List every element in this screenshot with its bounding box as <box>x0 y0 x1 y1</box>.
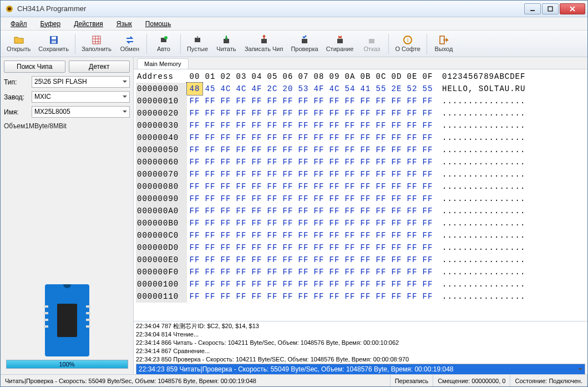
tab-main-memory[interactable]: Main Memory <box>137 58 189 69</box>
hex-row[interactable]: 000000C0FFFFFFFFFFFFFFFFFFFFFFFFFFFFFFFF… <box>136 229 585 242</box>
chip-cancel-icon <box>367 35 377 45</box>
hex-row[interactable]: 00000020FFFFFFFFFFFFFFFFFFFFFFFFFFFFFFFF… <box>136 107 585 119</box>
window-title: CH341A Programmer <box>17 4 524 13</box>
swap-icon <box>125 35 135 45</box>
menu-file[interactable]: Файл <box>5 18 33 29</box>
log-line[interactable]: 22:34:23 859 Читать|Проверка - Скорость:… <box>136 364 585 374</box>
hex-row[interactable]: 00000030FFFFFFFFFFFFFFFFFFFFFFFFFFFFFFFF… <box>136 119 585 132</box>
svg-rect-7 <box>93 36 100 44</box>
menubar: Файл Буфер Действия Язык Помощь <box>1 17 587 31</box>
hex-row[interactable]: 000000F0FFFFFFFFFFFFFFFFFFFFFFFFFFFFFFFF… <box>136 266 585 278</box>
save-button[interactable]: Сохранить <box>34 32 73 56</box>
verify-button[interactable]: Проверка <box>287 32 322 56</box>
tab-bar: Main Memory <box>134 57 587 69</box>
status-overwrite: Перезапись <box>391 375 434 386</box>
hex-row[interactable]: 00000110FFFFFFFFFFFFFFFFFFFFFFFFFFFFFFFF… <box>136 290 585 303</box>
chip-blank-icon <box>192 35 202 45</box>
minimize-button[interactable] <box>524 3 541 14</box>
svg-text:i: i <box>407 37 408 43</box>
progress-bar: 100% <box>6 360 128 369</box>
hex-row[interactable]: 00000050FFFFFFFFFFFFFFFFFFFFFFFFFFFFFFFF… <box>136 144 585 156</box>
chip-read-icon <box>221 35 231 45</box>
type-select[interactable]: 25\26 SPI FLASH <box>32 76 130 88</box>
exit-icon <box>439 35 449 45</box>
name-label: Имя: <box>4 108 28 116</box>
log-line[interactable]: 22:34:14 867 Сравнение... <box>136 347 585 355</box>
titlebar: CH341A Programmer <box>1 1 587 17</box>
read-button[interactable]: Читать <box>212 32 241 56</box>
cancel-button: Отказ <box>357 32 386 56</box>
menu-buffer[interactable]: Буфер <box>35 18 67 29</box>
log-line[interactable]: 22:34:04 787 检测芯片ID: $C2, $20, $14, $13 <box>136 322 585 330</box>
sidebar: Поиск Чипа Детект Тип: 25\26 SPI FLASH З… <box>1 57 134 374</box>
chip-auto-icon <box>159 35 169 45</box>
svg-rect-6 <box>52 41 56 43</box>
hex-row[interactable]: 00000090FFFFFFFFFFFFFFFFFFFFFFFFFFFFFFFF… <box>136 193 585 205</box>
status-offset: Смещение: 00000000, 0 <box>433 375 510 386</box>
erase-button[interactable]: Стирание <box>322 32 358 56</box>
chip-verify-icon <box>300 35 310 45</box>
close-button[interactable] <box>560 3 585 14</box>
hex-row[interactable]: 000000B0FFFFFFFFFFFFFFFFFFFFFFFFFFFFFFFF… <box>136 217 585 229</box>
app-icon <box>5 4 14 13</box>
floppy-icon <box>49 35 59 45</box>
svg-rect-12 <box>261 39 267 43</box>
log-line[interactable]: 22:34:23 850 Проверка - Скорость: 104211… <box>136 355 585 364</box>
menu-help[interactable]: Помощь <box>140 18 176 29</box>
hex-row[interactable]: 000000A0FFFFFFFFFFFFFFFFFFFFFFFFFFFFFFFF… <box>136 205 585 217</box>
folder-open-icon <box>14 35 24 45</box>
hex-row[interactable]: 00000010FFFFFFFFFFFFFFFFFFFFFFFFFFFFFFFF… <box>136 95 585 107</box>
about-button[interactable]: iО Софте <box>391 32 424 56</box>
write-button[interactable]: Записать Чип <box>241 32 287 56</box>
hex-row[interactable]: 000000E0FFFFFFFFFFFFFFFFFFFFFFFFFFFFFFFF… <box>136 254 585 266</box>
hex-header: Address000102030405060708090A0B0C0D0E0F0… <box>136 71 585 83</box>
detect-chip-button[interactable]: Поиск Чипа <box>4 61 65 73</box>
name-select[interactable]: MX25L8005 <box>32 106 130 118</box>
log-panel[interactable]: 22:34:04 787 检测芯片ID: $C2, $20, $14, $132… <box>134 321 587 374</box>
hex-row[interactable]: 00000100FFFFFFFFFFFFFFFFFFFFFFFFFFFFFFFF… <box>136 278 585 290</box>
svg-point-1 <box>8 7 11 11</box>
svg-rect-13 <box>302 39 307 43</box>
svg-rect-3 <box>548 7 552 11</box>
status-state: Состояние: Подключен. <box>510 375 587 386</box>
exit-button[interactable]: Выход <box>429 32 458 56</box>
swap-button[interactable]: Обмен <box>115 32 144 56</box>
volume-text: Объем1MByte/8MBit <box>4 122 130 130</box>
chip-write-icon <box>259 35 269 45</box>
main-area: Main Memory Address000102030405060708090… <box>134 57 587 374</box>
menu-language[interactable]: Язык <box>111 18 138 29</box>
statusbar: Читать|Проверка - Скорость: 55049 Byte/S… <box>1 374 587 386</box>
menu-actions[interactable]: Действия <box>68 18 109 29</box>
svg-rect-15 <box>369 39 374 43</box>
type-label: Тип: <box>4 78 28 86</box>
blank-button[interactable]: Пустые <box>183 32 212 56</box>
open-button[interactable]: Открыть <box>3 32 34 56</box>
vendor-select[interactable]: MXIC <box>32 91 130 103</box>
hex-row[interactable]: 00000070FFFFFFFFFFFFFFFFFFFFFFFFFFFFFFFF… <box>136 168 585 180</box>
chip-diagram <box>45 284 89 356</box>
log-line[interactable]: 22:34:04 814 Чтение... <box>136 330 585 339</box>
grid-icon <box>92 35 102 45</box>
svg-rect-2 <box>530 10 535 11</box>
info-icon: i <box>403 35 413 45</box>
progress-text: 100% <box>7 360 128 368</box>
log-line[interactable]: 22:34:14 866 Читать - Скорость: 104211 B… <box>136 339 585 347</box>
hex-row[interactable]: 00000080FFFFFFFFFFFFFFFFFFFFFFFFFFFFFFFF… <box>136 180 585 193</box>
svg-rect-5 <box>52 37 56 39</box>
svg-rect-14 <box>337 39 343 43</box>
hex-row[interactable]: 00000040FFFFFFFFFFFFFFFFFFFFFFFFFFFFFFFF… <box>136 132 585 144</box>
toolbar: Открыть Сохранить Заполнить Обмен Авто П… <box>1 31 587 57</box>
hex-viewer[interactable]: Address000102030405060708090A0B0C0D0E0F0… <box>134 69 587 321</box>
auto-button[interactable]: Авто <box>149 32 178 56</box>
hex-row[interactable]: 00000060FFFFFFFFFFFFFFFFFFFFFFFFFFFFFFFF… <box>136 156 585 168</box>
svg-rect-10 <box>195 38 200 42</box>
chip-erase-icon <box>335 35 345 45</box>
fill-button[interactable]: Заполнить <box>78 32 115 56</box>
hex-row[interactable]: 000000D0FFFFFFFFFFFFFFFFFFFFFFFFFFFFFFFF… <box>136 242 585 254</box>
svg-point-9 <box>164 36 168 39</box>
detect-button[interactable]: Детект <box>69 61 130 73</box>
vendor-label: Завод: <box>4 93 28 101</box>
hex-row[interactable]: 0000000048454C4C4F2C20534F4C5441552E5255… <box>136 83 585 95</box>
status-main: Читать|Проверка - Скорость: 55049 Byte/S… <box>1 375 391 386</box>
maximize-button[interactable] <box>542 3 559 14</box>
